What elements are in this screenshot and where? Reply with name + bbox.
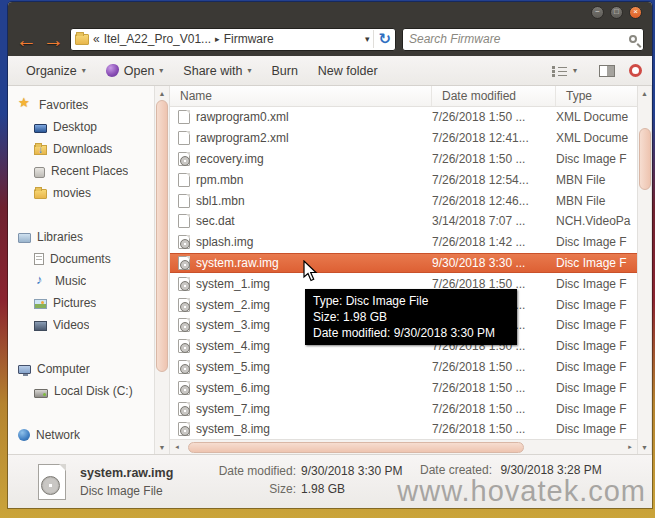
scroll-down-icon[interactable]: ▼ — [155, 440, 169, 454]
address-bar[interactable]: « Itel_A22_Pro_V01... ▸ Firmware ▾ ↻ — [70, 28, 396, 51]
search-icon[interactable] — [629, 35, 637, 43]
list-scrollbar[interactable]: ▲ ▼ — [637, 86, 652, 454]
file-type: Disc Image F — [556, 235, 637, 249]
file-row-sbl1-mbn[interactable]: sbl1.mbn7/26/2018 12:46...MBN File — [170, 190, 637, 211]
search-box — [402, 28, 644, 51]
sidebar-item-libraries[interactable]: Libraries — [18, 226, 154, 248]
preview-pane-icon[interactable] — [599, 65, 615, 77]
scroll-up-icon[interactable]: ▲ — [155, 86, 169, 100]
sidebar-item-movies[interactable]: movies — [18, 182, 154, 204]
file-row-system-7-img[interactable]: system_7.img7/26/2018 1:50 ...Disc Image… — [170, 398, 637, 419]
sidebar-item-desktop[interactable]: Desktop — [18, 116, 154, 138]
file-date-modified: 7/26/2018 1:50 ... — [432, 152, 556, 166]
explorer-window: − □ × ← → « Itel_A22_Pro_V01... ▸ Firmwa… — [8, 2, 652, 508]
column-header-date-modified[interactable]: Date modified — [432, 86, 556, 106]
scroll-down-icon[interactable]: ▼ — [638, 440, 651, 454]
computer-icon — [18, 365, 31, 374]
file-name: system_3.img — [196, 318, 270, 332]
file-date-modified: 7/26/2018 1:50 ... — [432, 422, 556, 436]
breadcrumb-overflow[interactable]: « — [93, 32, 100, 46]
horizontal-scrollbar[interactable]: ◂ ▸ — [170, 439, 637, 454]
disc-image-file-icon — [178, 422, 190, 436]
address-dropdown-icon[interactable]: ▾ — [365, 34, 370, 44]
tooltip-type-line: Type: Disc Image File — [313, 293, 509, 309]
file-date-modified: 9/30/2018 3:30 ... — [432, 256, 556, 270]
forward-icon[interactable]: → — [43, 29, 64, 50]
pictures-icon — [34, 299, 47, 309]
sidebar-item-downloads[interactable]: Downloads — [18, 138, 154, 160]
videos-icon — [34, 321, 47, 331]
help-icon[interactable] — [629, 64, 642, 77]
disc-image-file-icon — [178, 318, 190, 332]
file-rows: rawprogram0.xml7/26/2018 1:50 ...XML Doc… — [170, 107, 637, 439]
sidebar-item-network[interactable]: Network — [18, 424, 154, 446]
burn-button[interactable]: Burn — [263, 60, 305, 82]
open-button[interactable]: Open ▾ — [98, 60, 172, 82]
file-row-rawprogram0-xml[interactable]: rawprogram0.xml7/26/2018 1:50 ...XML Doc… — [170, 107, 637, 128]
sidebar-item-music[interactable]: Music — [18, 270, 154, 292]
refresh-icon[interactable]: ↻ — [373, 30, 391, 48]
details-filetype: Disc Image File — [80, 484, 208, 498]
file-row-rpm-mbn[interactable]: rpm.mbn7/26/2018 12:54...MBN File — [170, 169, 637, 190]
sidebar-item-label: Music — [55, 274, 86, 288]
titlebar: − □ × — [8, 2, 652, 22]
close-button[interactable]: × — [629, 6, 642, 19]
file-row-rawprogram2-xml[interactable]: rawprogram2.xml7/26/2018 12:41...XML Doc… — [170, 128, 637, 149]
file-name: splash.img — [196, 235, 253, 249]
column-header-type[interactable]: Type — [556, 86, 637, 106]
sidebar-scrollbar-thumb[interactable] — [156, 100, 168, 372]
sidebar-item-recent-places[interactable]: Recent Places — [18, 160, 154, 182]
sidebar: FavoritesDesktopDownloadsRecent Placesmo… — [8, 86, 154, 454]
horizontal-scrollbar-thumb[interactable] — [188, 442, 524, 453]
file-name: system_8.img — [196, 422, 270, 436]
file-name: system_2.img — [196, 298, 270, 312]
sidebar-item-documents[interactable]: Documents — [18, 248, 154, 270]
disc-image-file-icon — [178, 360, 190, 374]
tooltip-modified-line: Date modified: 9/30/2018 3:30 PM — [313, 325, 509, 341]
sidebar-item-favorites[interactable]: Favorites — [18, 94, 154, 116]
maximize-button[interactable]: □ — [610, 6, 623, 19]
organize-button[interactable]: Organize ▾ — [18, 60, 94, 82]
file-date-modified: 7/26/2018 12:46... — [432, 194, 556, 208]
change-view-button[interactable]: ▾ — [544, 61, 585, 81]
file-row-recovery-img[interactable]: recovery.img7/26/2018 1:50 ...Disc Image… — [170, 149, 637, 170]
scroll-right-icon[interactable]: ▸ — [623, 443, 637, 451]
scroll-left-icon[interactable]: ◂ — [170, 443, 184, 451]
file-name: sec.dat — [196, 214, 235, 228]
breadcrumb-segment-parent[interactable]: Itel_A22_Pro_V01... — [104, 32, 211, 46]
file-row-system-8-img[interactable]: system_8.img7/26/2018 1:50 ...Disc Image… — [170, 419, 637, 439]
back-icon[interactable]: ← — [16, 29, 37, 50]
file-type: Disc Image F — [556, 360, 637, 374]
sidebar-item-videos[interactable]: Videos — [18, 314, 154, 336]
open-app-icon — [106, 64, 119, 77]
music-icon — [34, 275, 49, 287]
file-icon — [178, 214, 190, 228]
file-date-modified: 7/26/2018 12:54... — [432, 173, 556, 187]
sidebar-item-computer[interactable]: Computer — [18, 358, 154, 380]
share-with-label: Share with — [183, 64, 242, 78]
sidebar-scrollbar[interactable]: ▲ ▼ — [154, 86, 170, 454]
sidebar-item-label: Libraries — [37, 230, 83, 244]
file-row-system-6-img[interactable]: system_6.img7/26/2018 1:50 ...Disc Image… — [170, 377, 637, 398]
breadcrumb-segment-firmware[interactable]: Firmware — [224, 32, 274, 46]
details-filename: system.raw.img — [80, 466, 208, 480]
file-row-system-raw-img[interactable]: system.raw.img9/30/2018 3:30 ...Disc Ima… — [170, 253, 637, 274]
file-row-system-5-img[interactable]: system_5.img7/26/2018 1:50 ...Disc Image… — [170, 357, 637, 378]
share-with-button[interactable]: Share with ▾ — [175, 60, 259, 82]
sidebar-spacer — [18, 402, 154, 424]
scroll-up-icon[interactable]: ▲ — [638, 86, 651, 100]
sidebar-spacer — [18, 204, 154, 226]
file-row-sec-dat[interactable]: sec.dat3/14/2018 7:07 ...NCH.VideoPa — [170, 211, 637, 232]
network-icon — [18, 429, 30, 441]
command-toolbar: Organize ▾ Open ▾ Share with ▾ Burn New … — [8, 56, 652, 86]
minimize-button[interactable]: − — [591, 6, 604, 19]
sidebar-item-local-disk-c[interactable]: Local Disk (C:) — [18, 380, 154, 402]
column-header-name[interactable]: Name — [170, 86, 432, 106]
new-folder-button[interactable]: New folder — [310, 60, 386, 82]
sidebar-item-pictures[interactable]: Pictures — [18, 292, 154, 314]
list-scrollbar-thumb[interactable] — [639, 128, 651, 190]
list-view-icon — [552, 65, 568, 77]
file-row-splash-img[interactable]: splash.img7/26/2018 1:42 ...Disc Image F — [170, 232, 637, 253]
details-pane: system.raw.img Disc Image File Date modi… — [8, 454, 652, 508]
search-input[interactable] — [409, 32, 629, 46]
